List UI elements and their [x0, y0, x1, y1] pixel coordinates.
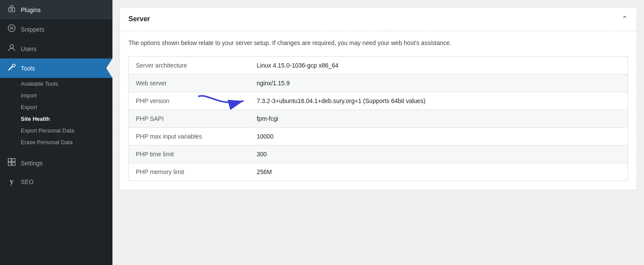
row-label: PHP memory limit	[129, 163, 250, 181]
sidebar-item-plugins-label: Plugins	[21, 6, 41, 13]
row-value: Linux 4.15.0-1036-gcp x86_64	[250, 57, 628, 74]
sidebar-item-seo[interactable]: y SEO	[0, 173, 112, 191]
settings-icon	[7, 158, 16, 168]
table-row: PHP memory limit 256M	[129, 163, 628, 181]
svg-point-7	[10, 45, 13, 48]
table-row: PHP time limit 300	[129, 145, 628, 163]
sidebar: Plugins Snippets Users	[0, 0, 112, 265]
seo-icon: y	[7, 177, 16, 186]
row-value: 7.3.2-3+ubuntu16.04.1+deb.sury.org+1 (Su…	[250, 92, 628, 110]
row-value: 10000	[250, 128, 628, 145]
sidebar-item-settings[interactable]: Settings	[0, 153, 112, 173]
sidebar-item-users-label: Users	[21, 45, 37, 52]
sidebar-item-settings-label: Settings	[21, 160, 43, 167]
svg-rect-12	[12, 162, 15, 165]
sidebar-item-snippets-label: Snippets	[21, 26, 44, 33]
plugins-icon	[7, 4, 16, 15]
sidebar-item-users[interactable]: Users	[0, 39, 112, 58]
row-value: 256M	[250, 163, 628, 181]
row-label: Server architecture	[129, 57, 250, 74]
row-value: fpm-fcgi	[250, 110, 628, 128]
tools-icon	[7, 63, 16, 74]
sidebar-item-snippets[interactable]: Snippets	[0, 19, 112, 39]
submenu-export[interactable]: Export	[0, 101, 112, 113]
blue-arrow-annotation	[194, 90, 250, 112]
server-card-header[interactable]: Server ⌃	[120, 7, 637, 31]
sidebar-item-tools[interactable]: Tools	[0, 58, 112, 78]
chevron-up-icon: ⌃	[622, 14, 628, 24]
row-label: PHP max input variables	[129, 128, 250, 145]
submenu-import[interactable]: Import	[0, 90, 112, 101]
row-label: Web server	[129, 74, 250, 92]
svg-rect-9	[8, 158, 11, 162]
sidebar-item-seo-label: SEO	[21, 178, 34, 185]
server-info-table: Server architecture Linux 4.15.0-1036-gc…	[128, 56, 628, 181]
svg-line-8	[9, 68, 10, 70]
main-content: Server ⌃ The options shown below relate …	[112, 0, 644, 265]
users-icon	[7, 43, 16, 54]
table-row-php-version: PHP version 7.3.2-3+ubuntu16.04.1+deb.su	[129, 92, 628, 110]
submenu-erase-personal-data[interactable]: Erase Personal Data	[0, 136, 112, 148]
svg-rect-10	[12, 158, 15, 162]
server-description: The options shown below relate to your s…	[120, 31, 637, 51]
svg-rect-0	[9, 8, 15, 12]
table-row: PHP max input variables 10000	[129, 128, 628, 145]
svg-rect-1	[10, 6, 13, 8]
table-row: PHP SAPI fpm-fcgi	[129, 110, 628, 128]
table-row: Web server nginx/1.15.9	[129, 74, 628, 92]
snippets-icon	[7, 24, 16, 35]
table-row: Server architecture Linux 4.15.0-1036-gc…	[129, 57, 628, 74]
svg-rect-11	[8, 162, 11, 165]
row-label: PHP time limit	[129, 145, 250, 163]
submenu-site-health[interactable]: Site Health	[0, 113, 112, 125]
submenu-export-personal-data[interactable]: Export Personal Data	[0, 125, 112, 136]
row-value: 300	[250, 145, 628, 163]
sidebar-item-tools-label: Tools	[21, 65, 35, 72]
row-value: nginx/1.15.9	[250, 74, 628, 92]
server-section-title: Server	[128, 15, 150, 23]
submenu-available-tools[interactable]: Available Tools	[0, 78, 112, 90]
sidebar-item-plugins[interactable]: Plugins	[0, 0, 112, 19]
server-card: Server ⌃ The options shown below relate …	[119, 7, 637, 190]
row-label: PHP SAPI	[129, 110, 250, 128]
